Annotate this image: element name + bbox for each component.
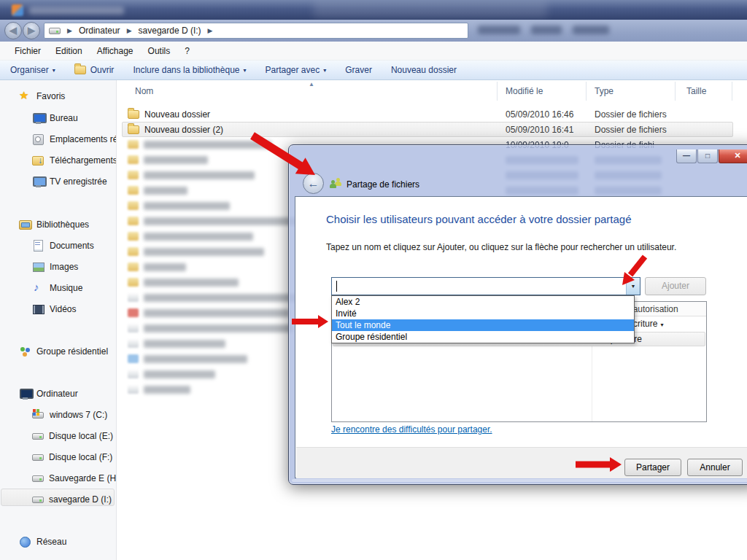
computer-icon [19,388,31,400]
desktop-icon [32,112,44,124]
sidebar-item-emplacements-r-cents[interactable]: Emplacements récents [32,131,117,148]
sidebar-item-savegarde-d-i[interactable]: savegarde D (I:) [32,491,112,508]
sidebar-item-t-l-chargements[interactable]: Téléchargements [32,152,117,169]
video-icon [32,303,44,315]
redacted-file-name [144,156,208,164]
redacted-file-icon [128,247,139,256]
redacted-text [531,26,562,34]
sidebar-item-label: Disque local (F:) [49,452,112,462]
column-header-nom[interactable]: Nom [135,80,153,102]
redacted-file-name [144,309,290,317]
sidebar-item-bureau[interactable]: Bureau [32,109,78,127]
column-header-type[interactable]: Type [595,80,614,102]
sidebar-section-favoris[interactable]: Favoris [19,88,65,105]
sidebar-section-biblioth-ques[interactable]: Bibliothèques [19,216,89,233]
dropdown-option-groupe-r-sidentiel[interactable]: Groupe résidentiel [332,331,634,343]
combobox-dropdown-button[interactable]: ▼ [626,278,640,295]
toolbar-organiser[interactable]: Organiser▾ [10,65,55,75]
downloads-icon [32,155,44,166]
menu-item[interactable]: ? [177,43,197,59]
sidebar-item-vid-os[interactable]: Vidéos [32,300,76,318]
toolbar-inclure-dans-la-biblioth-que[interactable]: Inclure dans la bibliothèque▾ [133,65,246,75]
sidebar-item-disque-local-f[interactable]: Disque local (F:) [32,448,112,466]
column-separator [675,82,676,101]
menu-edition[interactable]: Edition [48,43,90,59]
drive-icon [32,433,44,440]
dialog-content: Choisir les utilisateurs pouvant accéder… [295,196,747,478]
redacted-file-name [144,263,186,271]
add-button[interactable]: Ajouter [645,277,706,295]
minimize-button[interactable]: — [676,149,697,163]
breadcrumb-arrow-icon: ▶ [122,27,137,34]
drive-icon [32,475,44,482]
network-icon [19,536,31,548]
music-icon [32,282,44,294]
sidebar-item-label: windows 7 (C:) [50,410,107,420]
redacted-file-name [144,233,253,241]
navigation-pane: FavorisBureauEmplacements récentsTélécha… [0,80,117,560]
redacted-file-icon [128,385,139,394]
toolbar-label: Nouveau dossier [391,65,457,75]
navigation-bar: ◀ ▶ ▶ Ordinateur ▶ savegarde D (I:) ▶ [0,20,747,42]
file-row-nouveau-dossier[interactable]: Nouveau dossier [128,106,210,122]
column-header-modifi-le[interactable]: Modifié le [506,80,543,102]
folder-icon [128,110,139,119]
document-icon [32,240,44,252]
menu-outils[interactable]: Outils [141,43,178,59]
sidebar-section-label: Réseau [36,537,66,547]
toolbar-nouveau-dossier[interactable]: Nouveau dossier [391,65,457,75]
redacted-file-icon [128,155,139,164]
recent-icon [32,133,44,145]
redacted-file-name [144,171,255,179]
breadcrumb-item-ordinateur[interactable]: Ordinateur [77,26,122,36]
sidebar-item-sauvegarde-e-h[interactable]: Sauvegarde E (H:) [32,470,117,487]
window-titlebar[interactable] [0,0,747,20]
dropdown-option-invit[interactable]: Invité [332,308,634,319]
redacted-file-name [144,340,225,348]
sidebar-section-ordinateur[interactable]: Ordinateur [19,385,78,402]
file-row-nouveau-dossier-2[interactable]: Nouveau dossier (2) [128,122,223,137]
toolbar-label: Partager avec [266,65,320,75]
sidebar-section-groupe-r-sidentiel[interactable]: Groupe résidentiel [19,343,108,360]
toolbar-ouvrir[interactable]: Ouvrir [74,65,115,75]
address-bar[interactable]: ▶ Ordinateur ▶ savegarde D (I:) ▶ [44,23,468,39]
sidebar-item-windows-7-c[interactable]: windows 7 (C:) [32,406,107,424]
column-header-taille[interactable]: Taille [686,80,706,102]
trouble-sharing-link[interactable]: Je rencontre des difficultés pour partag… [331,424,492,435]
sidebar-item-tv-enregistr-e[interactable]: TV enregistrée [32,173,107,190]
dropdown-option-tout-le-monde[interactable]: Tout le monde [332,319,634,331]
sidebar-item-disque-local-e[interactable]: Disque local (E:) [32,427,113,445]
toolbar-graver[interactable]: Graver [345,65,372,75]
redacted-file-name [144,355,247,363]
sidebar-item-documents[interactable]: Documents [32,237,94,254]
sidebar-item-label: Images [50,262,78,272]
toolbar-partager-avec[interactable]: Partager avec▾ [266,65,327,75]
close-button[interactable]: ✕ [719,149,747,163]
sidebar-item-images[interactable]: Images [32,258,78,276]
forward-button[interactable]: ▶ [23,22,40,39]
share-button[interactable]: Partager [624,459,681,476]
dialog-instruction: Tapez un nom et cliquez sur Ajouter, ou … [326,242,676,252]
sidebar-section-r-seau[interactable]: Réseau [19,533,66,551]
titlebar-glare [314,1,547,18]
dialog-back-button[interactable]: ← [303,173,324,194]
dropdown-option-alex-2[interactable]: Alex 2 [332,296,634,308]
sidebar-item-musique[interactable]: Musique [32,279,82,297]
maximize-button[interactable]: □ [697,149,718,163]
redacted-file-icon [128,217,139,225]
redacted-text [478,26,520,34]
star-icon [19,90,31,102]
menu-affichage[interactable]: Affichage [90,43,141,59]
drive-icon [32,454,44,461]
file-modified: 05/09/2010 16:46 [506,109,573,120]
dialog-footer: Partager Annuler [296,447,747,478]
back-button[interactable]: ◀ [4,22,22,39]
user-name-combobox[interactable]: ▼ [331,277,640,295]
menu-fichier[interactable]: Fichier [7,43,48,59]
breadcrumb-arrow-icon: ▶ [203,27,218,34]
sidebar-section-label: Groupe résidentiel [36,346,108,357]
cancel-button[interactable]: Annuler [687,459,743,476]
drive-icon [49,28,61,34]
redacted-file-name [144,386,190,394]
breadcrumb-item-drive[interactable]: savegarde D (I:) [137,26,203,36]
